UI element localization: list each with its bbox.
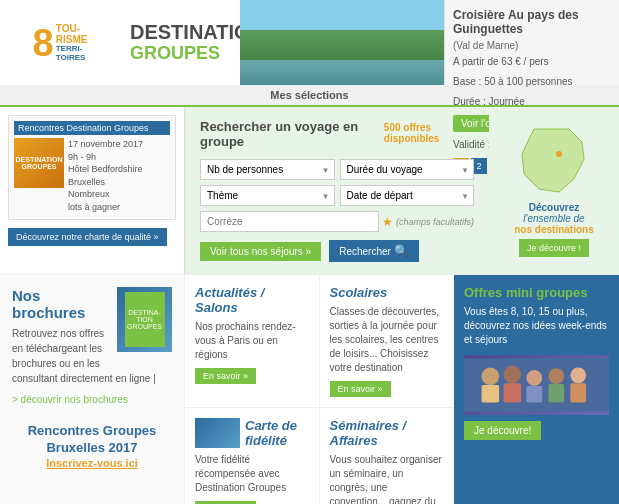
fidelite-thumb	[195, 418, 240, 448]
mini-groupes-button[interactable]: Je découvre!	[464, 421, 541, 440]
duration-select[interactable]: Durée du voyage	[340, 159, 475, 180]
event-gain: lots à gagner	[68, 201, 143, 214]
brochures-link[interactable]: > découvrir nos brochures	[12, 394, 172, 405]
map-ensemble-text: l'ensemble de	[514, 213, 593, 224]
brochure-cover: DESTINA-TIONGROUPES	[125, 292, 165, 347]
logo-line1: TOU-	[56, 23, 88, 34]
svg-marker-0	[522, 129, 584, 192]
map-pin	[556, 151, 562, 157]
bottom-section: DESTINA-TIONGROUPES Nos brochures Retrou…	[0, 274, 619, 504]
destination-label: DESTINATION	[130, 21, 240, 43]
selections-label: Mes sélections	[270, 89, 348, 101]
france-map-svg	[514, 124, 594, 199]
star-icon: ★	[382, 215, 393, 229]
event-card-header: Rencontres Destination Groupes	[14, 121, 170, 135]
event-promo-link[interactable]: Inscrivez-vous ici	[12, 457, 172, 469]
search-button[interactable]: Rechercher 🔍	[329, 240, 419, 262]
see-all-button[interactable]: Voir tous nos séjours »	[200, 242, 321, 261]
hero-water	[240, 60, 444, 85]
map-discover-button[interactable]: Je découvre !	[519, 239, 589, 257]
groupes-label: GROUPES	[130, 43, 240, 64]
event-hotel: Hôtel Bedfordshire	[68, 163, 143, 176]
persons-select-wrap: Nb de personnes	[200, 159, 335, 180]
correze-row: ★ (champs facultatifs)	[200, 211, 474, 232]
middle-left: Rencontres Destination Groupes DESTINATI…	[0, 107, 185, 274]
event-date: 17 novembre 2017	[68, 138, 143, 151]
hero-image	[240, 0, 444, 85]
content-cell-scolaires: Scolaires Classes de découvertes, sortie…	[320, 275, 455, 408]
event-logo-text: DESTINATIONGROUPES	[16, 156, 63, 170]
seminaires-title: Séminaires / Affaires	[330, 418, 445, 448]
actualites-title: Actualités / Salons	[195, 285, 309, 315]
search-box: Rechercher un voyage en groupe 500 offre…	[185, 107, 489, 274]
mini-groupes-people-svg	[464, 355, 609, 415]
svg-rect-9	[548, 384, 564, 402]
promo-region: (Val de Marne)	[453, 40, 611, 51]
event-thumb: DESTINATIONGROUPES	[14, 138, 64, 188]
svg-rect-3	[482, 385, 500, 403]
scolaires-text: Classes de découvertes, sorties à la jou…	[330, 305, 445, 375]
promo-base: Base : 50 à 100 personnes	[453, 75, 611, 89]
mini-groupes-text: Vous êtes 8, 10, 15 ou plus, découvrez n…	[464, 305, 609, 347]
svg-rect-11	[570, 383, 586, 402]
svg-rect-7	[526, 386, 542, 403]
search-grid: Nb de personnes Durée du voyage Thème Da…	[200, 159, 474, 206]
event-card: Rencontres Destination Groupes DESTINATI…	[8, 115, 176, 220]
search-available: 500 offres disponibles	[384, 122, 474, 144]
content-cell-actualites: Actualités / Salons Nos prochains rendez…	[185, 275, 320, 408]
brochures-column: DESTINA-TIONGROUPES Nos brochures Retrou…	[0, 275, 185, 504]
header: 8 TOU- RISME TERRI- TOIRES DESTINATION G…	[0, 0, 619, 85]
search-icon: 🔍	[394, 244, 409, 258]
scolaires-title: Scolaires	[330, 285, 445, 300]
brochures-thumbnail: DESTINA-TIONGROUPES	[117, 287, 172, 352]
svg-point-8	[548, 368, 564, 384]
event-label: Nombreux	[68, 188, 143, 201]
persons-select[interactable]: Nb de personnes	[200, 159, 335, 180]
event-time: 9h - 9h	[68, 151, 143, 164]
logo-badge: 8 TOU- RISME TERRI- TOIRES	[33, 23, 88, 63]
event-promo: Rencontres Groupes Bruxelles 2017 Inscri…	[12, 423, 172, 469]
sidebar-promo: Croisière Au pays des Guinguettes (Val d…	[444, 0, 619, 85]
promo-price: A partir de 63 € / pers	[453, 55, 611, 69]
logo-line4: TOIRES	[56, 54, 88, 63]
actualites-text: Nos prochains rendez-vous à Paris ou en …	[195, 320, 309, 362]
svg-point-6	[526, 370, 542, 386]
seminaires-text: Vous souhaitez organiser un séminaire, u…	[330, 453, 445, 504]
content-cell-fidelite: Carte de fidélité Votre fidélité récompe…	[185, 408, 320, 504]
destination-title: DESTINATION GROUPES	[120, 0, 240, 85]
event-body: 17 novembre 2017 9h - 9h Hôtel Bedfordsh…	[68, 138, 143, 214]
content-cell-seminaires: Séminaires / Affaires Vous souhaitez org…	[320, 408, 455, 504]
depart-select[interactable]: Date de départ	[340, 185, 475, 206]
fidelite-content: Carte de fidélité Votre fidélité récompe…	[195, 418, 309, 501]
promo-title: Croisière Au pays des Guinguettes	[453, 8, 611, 36]
depart-select-wrap: Date de départ	[340, 185, 475, 206]
search-title: Rechercher un voyage en groupe	[200, 119, 376, 149]
svg-rect-5	[504, 383, 522, 402]
content-grid: Actualités / Salons Nos prochains rendez…	[185, 275, 454, 504]
theme-select[interactable]: Thème	[200, 185, 335, 206]
map-destinations-text: nos destinations	[514, 224, 593, 235]
event-city: Bruxelles	[68, 176, 143, 189]
correze-input[interactable]	[200, 211, 379, 232]
event-promo-title: Rencontres Groupes Bruxelles 2017	[12, 423, 172, 457]
svg-point-4	[504, 366, 522, 384]
mini-groupes-column: Offres mini groupes Vous êtes 8, 10, 15 …	[454, 275, 619, 504]
mini-groupes-title: Offres mini groupes	[464, 285, 609, 300]
mini-groupes-image	[464, 355, 609, 415]
optional-text: (champs facultatifs)	[396, 217, 474, 227]
brochures-content: DESTINA-TIONGROUPES Nos brochures Retrou…	[12, 287, 172, 413]
theme-select-wrap: Thème	[200, 185, 335, 206]
duration-select-wrap: Durée du voyage	[340, 159, 475, 180]
svg-point-10	[570, 367, 586, 383]
search-bottom: Voir tous nos séjours » Rechercher 🔍	[200, 240, 474, 262]
map-sidebar: Découvrez l'ensemble de nos destinations…	[489, 107, 619, 274]
svg-point-2	[482, 367, 500, 385]
quality-button[interactable]: Découvrez notre charte de qualité »	[8, 228, 167, 246]
actualites-btn[interactable]: En savoir »	[195, 368, 256, 384]
logo-number: 8	[33, 24, 54, 62]
scolaires-btn[interactable]: En savoir »	[330, 381, 391, 397]
logo-block: 8 TOU- RISME TERRI- TOIRES	[0, 0, 120, 85]
fidelite-text: Votre fidélité récompensée avec Destinat…	[195, 453, 309, 495]
map-discover-text: Découvrez	[514, 202, 593, 213]
middle-section: Rencontres Destination Groupes DESTINATI…	[0, 107, 619, 274]
